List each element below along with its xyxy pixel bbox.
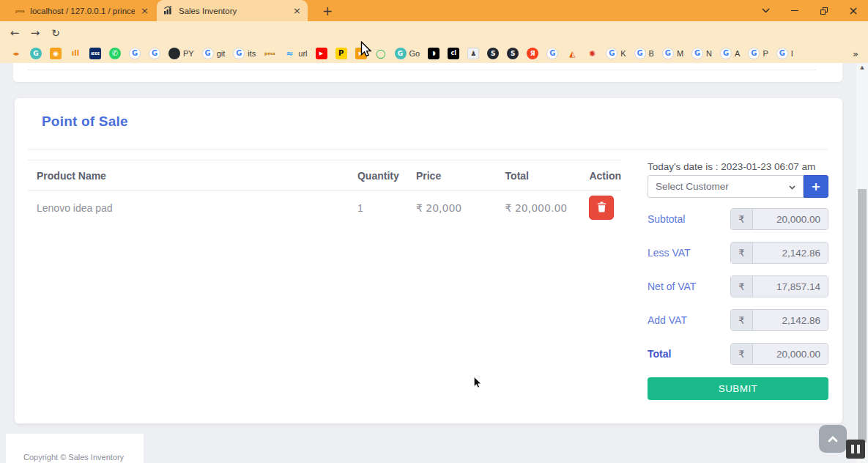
pause-overlay-icon[interactable] [846, 440, 865, 459]
money-row-total: Total₹20,000.00 [648, 343, 828, 365]
google-2-icon: G [149, 48, 160, 59]
money-row-add-vat: Add VAT₹2,142.86 [648, 309, 828, 331]
google-m-icon: G [662, 48, 674, 59]
eagle-black-icon: ◗ [428, 48, 439, 59]
bookmark-godaddy-go[interactable]: GGo [395, 48, 420, 59]
speedtest-url-icon: ≈ [283, 48, 295, 59]
bookmark-google-1[interactable]: G [129, 48, 141, 59]
bookmark-godaddy[interactable]: G [30, 48, 42, 59]
submit-button[interactable]: SUBMIT [648, 377, 828, 400]
phpmyadmin-favicon: pma [15, 9, 24, 13]
bookmark-s-dark-2[interactable]: S [507, 48, 519, 59]
money-value: 2,142.86 [753, 310, 828, 330]
close-window-button[interactable]: × [839, 0, 868, 21]
tab-sales-inventory[interactable]: Sales Inventory × [157, 0, 308, 21]
bookmark-label: git [217, 49, 226, 58]
money-value: 20,000.00 [753, 344, 828, 364]
bookmark-google-2[interactable]: G [149, 48, 160, 59]
bookmark-figure-light[interactable]: ♟ [467, 48, 479, 59]
bookmark-p-yellow[interactable]: P [335, 48, 347, 59]
bookmark-ieee[interactable]: IEEE [89, 48, 101, 59]
new-tab-button[interactable]: + [318, 0, 337, 21]
minimize-button[interactable] [780, 0, 809, 21]
bookmarks-overflow-icon[interactable]: » [850, 44, 861, 63]
red-eye-icon: ✺ [586, 48, 598, 59]
bookmark-google-p[interactable]: GP [748, 48, 768, 59]
reload-button[interactable]: ↻ [45, 21, 66, 44]
footer: Copyright © Sales Inventory [6, 434, 144, 463]
scrollbar-thumb[interactable] [858, 189, 867, 442]
bookmark-cl-black[interactable]: cl [448, 48, 459, 59]
bookmark-whatsapp[interactable]: ✆ [109, 48, 121, 59]
previous-card-bottom [13, 63, 842, 82]
bookmark-label: P [763, 49, 768, 58]
s-dark-1-icon: S [487, 48, 499, 59]
money-input-group: ₹20,000.00 [730, 343, 828, 365]
bookmark-google-k[interactable]: GK [606, 48, 626, 59]
money-value: 20,000.00 [753, 209, 828, 229]
ieee-icon: IEEE [89, 48, 101, 59]
bookmark-yandex[interactable]: Я [527, 48, 538, 59]
close-tab-icon[interactable]: × [293, 6, 301, 15]
bookmark-google-3[interactable]: G [546, 48, 558, 59]
money-value: 17,857.14 [753, 276, 828, 297]
customer-row: Select Customer + [648, 175, 828, 198]
bookmark-nav-arrows[interactable]: ◂▸ [10, 48, 22, 59]
bookmark-label: I [791, 49, 793, 58]
scroll-to-top-button[interactable] [819, 425, 847, 453]
money-label: Net of VAT [648, 281, 696, 292]
bookmark-google-i[interactable]: GI [776, 48, 793, 59]
green-ring-icon: ◯ [375, 48, 387, 59]
scrollbar-up-arrow[interactable]: ▲ [856, 64, 868, 70]
maximize-restore-button[interactable] [809, 0, 839, 21]
bookmark-analytics[interactable]: ıll [70, 48, 81, 59]
bookmark-s-dark-1[interactable]: S [487, 48, 499, 59]
tab-phpmyadmin[interactable]: pma localhost / 127.0.0.1 / prince / em … [9, 0, 155, 21]
delete-item-button[interactable] [589, 196, 614, 220]
bookmark-github-py[interactable]: PY [168, 48, 194, 59]
bookmark-green-ring[interactable]: ◯ [375, 48, 387, 59]
bookmark-google-m[interactable]: GM [662, 48, 683, 59]
money-label: Add VAT [648, 314, 687, 326]
tab-search-chevron-icon[interactable] [751, 0, 780, 21]
browser-toolbar: ← → ↻ ⓘ localhost/prince/pages/pos.php?a… [0, 21, 868, 44]
bookmark-camera-orange[interactable]: ◉ [50, 48, 62, 59]
p-yellow-icon: P [335, 48, 347, 59]
bookmark-red-eye[interactable]: ✺ [586, 48, 598, 59]
bookmark-google-git[interactable]: Ggit [202, 48, 226, 59]
cl-black-icon: cl [448, 48, 459, 59]
bookmark-google-a[interactable]: GA [720, 48, 740, 59]
bookmark-google-its[interactable]: Gits [233, 48, 256, 59]
back-button[interactable]: ← [4, 21, 25, 44]
money-label: Total [648, 348, 671, 360]
money-label: Subtotal [648, 213, 685, 225]
currency-prefix: ₹ [731, 242, 753, 263]
bookmark-matlab[interactable]: ◭ [566, 48, 578, 59]
currency-prefix: ₹ [731, 344, 753, 364]
bookmark-google-b[interactable]: GB [634, 48, 654, 59]
bookmark-label: PY [183, 49, 194, 58]
google-p-icon: G [748, 48, 760, 59]
bookmark-label: url [298, 49, 307, 58]
bookmark-label: N [706, 49, 712, 58]
bookmark-google-n[interactable]: GN [691, 48, 712, 59]
bookmarks-list: ◂▸G◉ıllIEEE✆GGPYGgitGitspma≈url▶P▶◯GGo◗c… [0, 44, 868, 63]
whatsapp-icon: ✆ [109, 48, 121, 59]
bookmark-eagle-black[interactable]: ◗ [428, 48, 439, 59]
google-n-icon: G [691, 48, 703, 59]
money-row-net-of-vat: Net of VAT₹17,857.14 [648, 275, 828, 297]
select-customer-dropdown[interactable]: Select Customer [648, 175, 804, 198]
add-customer-button[interactable]: + [804, 175, 828, 198]
bookmark-speedtest-url[interactable]: ≈url [283, 48, 307, 59]
copyright-text: Copyright © Sales Inventory [23, 453, 124, 462]
bookmark-youtube[interactable]: ▶ [316, 48, 327, 59]
bookmark-phpmyadmin[interactable]: pma [264, 48, 275, 59]
google-a-icon: G [720, 48, 732, 59]
chevron-down-icon [789, 181, 795, 192]
page-title: Point of Sale [42, 114, 128, 130]
trash-icon [597, 201, 607, 215]
currency-prefix: ₹ [731, 310, 753, 330]
cell-quantity: 1 [349, 191, 407, 225]
forward-button[interactable]: → [25, 21, 45, 44]
close-tab-icon[interactable]: × [141, 6, 149, 15]
